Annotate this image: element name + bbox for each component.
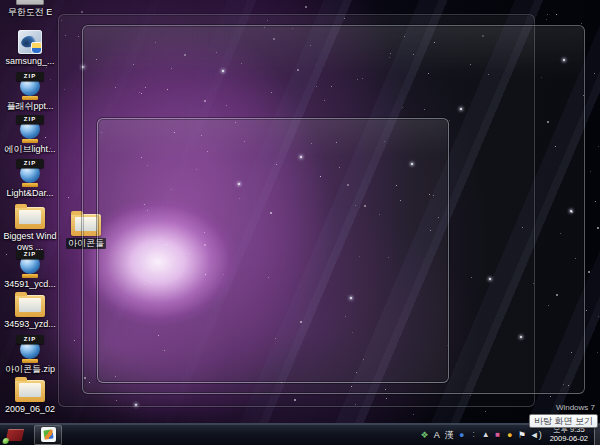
folder-icon [15, 380, 45, 402]
status-dots-icon[interactable]: ⁚ [470, 425, 478, 445]
ime-mode-icon[interactable]: ● [458, 425, 466, 445]
clock-date: 2009-06-02 [550, 435, 588, 444]
desktop-icon-biggest-windows-folder[interactable]: Biggest Windows ... [2, 203, 58, 253]
watermark-line1: Windows 7 [551, 403, 595, 413]
icon-label: 무한도전 E [8, 7, 53, 18]
desktop-icon-lightdark-zip[interactable]: ZIP Light&Dar... [2, 159, 58, 199]
ime-korean-a-icon[interactable]: A [433, 425, 441, 445]
desktop-icon-aikondeul-zip[interactable]: ZIP 아이콘들.zip [2, 335, 58, 375]
icon-label: 34593_yzd... [4, 319, 56, 330]
taskbar-clock[interactable]: 오후 9:35 2009-06-02 [545, 426, 593, 443]
zip-archive-icon: ZIP [15, 72, 45, 99]
icon-label: 아이콘들.zip [5, 364, 55, 375]
action-center-flag-icon[interactable]: ⚑ [518, 425, 526, 445]
desktop-icon-muhandojeon[interactable]: 무한도전 E [2, 0, 58, 18]
messenger-icon[interactable]: ■ [494, 425, 502, 445]
zip-archive-icon: ZIP [15, 159, 45, 186]
taskbar-pinned-apps [0, 424, 62, 445]
paint-brush-app-icon [41, 427, 56, 442]
red-folder-app-icon [6, 429, 25, 441]
aero-window-outline-front[interactable] [97, 118, 449, 383]
ime-hanja-icon[interactable]: 漢 [445, 425, 454, 445]
zip-archive-icon: ZIP [15, 115, 45, 142]
installer-app-icon [18, 30, 42, 54]
zip-archive-icon: ZIP [15, 335, 45, 362]
icon-label: Light&Dar... [6, 188, 53, 199]
icon-label: 34591_ycd... [4, 279, 56, 290]
icon-label: 플래쉬ppt... [6, 101, 53, 112]
zip-archive-icon: ZIP [15, 250, 45, 277]
show-desktop-tooltip: 바탕 화면 보기 [529, 414, 598, 428]
folder-icon [15, 295, 45, 317]
icon-label: samsung_... [5, 56, 54, 67]
desktop-icon-light-zip[interactable]: ZIP 에이브light... [2, 115, 58, 155]
taskbar-app-red-folder-button[interactable] [0, 424, 30, 445]
taskbar: ❖ A 漢 ● ⁚ ▲ ■ ● ⚑ ◄) 오후 9:35 2009-06-02 [0, 423, 600, 445]
desktop-icon-34591-zip[interactable]: ZIP 34591_ycd... [2, 250, 58, 290]
smiley-app-icon[interactable]: ● [506, 425, 514, 445]
folder-icon [15, 207, 45, 229]
icon-label: 에이브light... [4, 144, 55, 155]
desktop: 무한도전 E samsung_... ZIP 플래쉬ppt... ZIP 에이브… [0, 0, 600, 445]
taskbar-app-paint-button[interactable] [34, 425, 62, 445]
video-file-icon [16, 0, 44, 5]
desktop-icon-samsung[interactable]: samsung_... [2, 30, 58, 67]
icon-label: 2009_06_02 [5, 404, 55, 415]
network-status-icon[interactable]: ❖ [421, 425, 429, 445]
system-tray: ❖ A 漢 ● ⁚ ▲ ■ ● ⚑ ◄) [418, 425, 545, 445]
desktop-icon-flashppt-zip[interactable]: ZIP 플래쉬ppt... [2, 72, 58, 112]
desktop-icon-34593-folder[interactable]: 34593_yzd... [2, 291, 58, 330]
show-hidden-icons-arrow[interactable]: ▲ [482, 425, 490, 445]
desktop-icon-2009-06-02-folder[interactable]: 2009_06_02 [2, 376, 58, 415]
